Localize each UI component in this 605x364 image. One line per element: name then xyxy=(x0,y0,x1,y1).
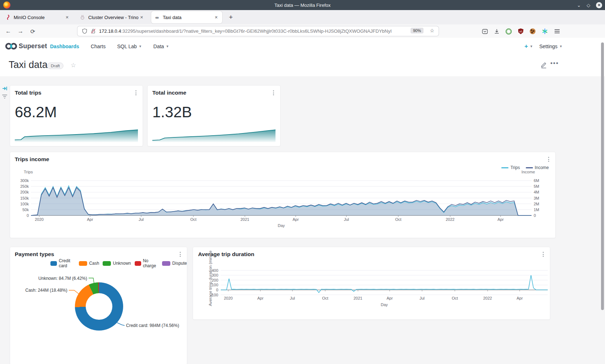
back-button[interactable]: ← xyxy=(4,27,12,35)
pocket-icon[interactable] xyxy=(481,28,488,35)
tab-title: Taxi data xyxy=(163,15,213,20)
y-tick-label: 4M xyxy=(534,190,548,194)
sparkline-chart xyxy=(152,128,275,142)
window-title: Taxi data — Mozilla Firefox xyxy=(0,3,605,8)
zoom-level-badge[interactable]: 90% xyxy=(411,28,424,33)
y-tick-label: 200k xyxy=(14,190,29,194)
donut-callout-label: Unknown: 84.7M (6.42%) xyxy=(39,276,87,281)
dashboard-more-menu[interactable]: ••• xyxy=(550,60,559,67)
cookie-icon[interactable] xyxy=(529,28,536,35)
insecure-lock-icon[interactable] xyxy=(91,28,96,34)
x-tick-label: Apr xyxy=(288,217,303,222)
x-tick-label: 2020 xyxy=(221,296,236,300)
close-window-icon[interactable]: ✕ xyxy=(596,2,602,8)
download-icon[interactable] xyxy=(493,28,500,35)
x-tick-label: Oct xyxy=(318,296,332,300)
minio-favicon xyxy=(5,14,11,20)
dashboard-content: Total trips 68.2M Total income 1.32B Tri… xyxy=(0,76,605,364)
donut-callout-label: Credit card: 984M (74.56%) xyxy=(126,323,179,328)
chevron-down-icon: ▼ xyxy=(166,45,169,48)
x-tick-label: 2021 xyxy=(351,296,365,300)
superset-logo-icon[interactable] xyxy=(5,42,18,50)
y-tick-label: 400 xyxy=(205,268,218,273)
card-title: Total trips xyxy=(15,90,41,96)
y-tick-label: 100 xyxy=(205,283,218,287)
trino-favicon xyxy=(80,14,85,20)
edit-dashboard-icon[interactable] xyxy=(540,61,547,68)
url-host: 172.18.0.4 xyxy=(99,28,121,34)
shield-icon[interactable] xyxy=(82,28,87,34)
favorite-star-icon[interactable]: ☆ xyxy=(71,62,76,69)
donut-hole xyxy=(86,293,112,320)
sparkline-chart xyxy=(15,128,138,142)
x-axis-title: Day xyxy=(375,302,393,307)
nav-item-dashboards[interactable]: Dashboards xyxy=(44,38,85,55)
avg-duration-chart: 4003002001000-1002020AprJulOct2021AprJul… xyxy=(193,247,550,319)
donut-callout-label: Cash: 244M (18.48%) xyxy=(25,288,67,293)
chart-options-kebab[interactable] xyxy=(271,90,276,96)
browser-tab-trino[interactable]: Cluster Overview - Trino✕ xyxy=(77,11,148,23)
extension-asterisk-icon[interactable] xyxy=(541,28,548,35)
y-tick-label: 1M xyxy=(534,208,548,212)
big-number-value: 68.2M xyxy=(15,104,57,121)
x-tick-label: Apr xyxy=(382,296,397,300)
y-tick-label: 100k xyxy=(14,202,29,206)
page-title: Taxi data xyxy=(9,59,48,70)
maximize-icon[interactable]: ◇ xyxy=(587,3,590,8)
x-tick-label: Apr xyxy=(512,296,527,300)
reload-button[interactable]: ⟳ xyxy=(29,27,37,35)
close-tab-icon[interactable]: ✕ xyxy=(213,14,219,21)
chevron-down-icon: ▼ xyxy=(139,45,142,48)
nav-item-sql-lab[interactable]: SQL Lab▼ xyxy=(111,38,148,55)
browser-tabbar: MinIO Console✕Cluster Overview - Trino✕∞… xyxy=(0,10,605,25)
minimize-icon[interactable]: ⌄ xyxy=(577,3,581,8)
y-tick-label: 5M xyxy=(534,184,548,188)
close-tab-icon[interactable]: ✕ xyxy=(64,14,70,21)
url-bar[interactable]: 172.18.0.4:32295/superset/dashboard/1/?n… xyxy=(77,26,439,36)
new-item-button[interactable]: +▼ xyxy=(524,38,533,55)
y-tick-label: 150k xyxy=(14,196,29,200)
bookmark-star-icon[interactable]: ☆ xyxy=(430,28,434,33)
filter-icon[interactable] xyxy=(2,94,8,100)
y-tick-label: 0 xyxy=(205,288,218,292)
new-tab-button[interactable]: + xyxy=(226,11,236,23)
x-tick-label: Jul xyxy=(339,217,354,222)
x-tick-label: Apr xyxy=(253,296,268,300)
y-tick-label: 2M xyxy=(534,202,548,206)
x-tick-label: Apr xyxy=(493,217,508,222)
chevron-down-icon: ▼ xyxy=(530,45,533,48)
y-tick-label: 200 xyxy=(205,278,218,282)
hamburger-menu-icon[interactable] xyxy=(554,28,561,35)
expand-filter-bar-icon[interactable] xyxy=(2,86,9,92)
nav-item-charts[interactable]: Charts xyxy=(85,38,111,55)
x-tick-label: 2021 xyxy=(238,217,252,222)
nav-item-data[interactable]: Data▼ xyxy=(148,38,175,55)
privacy-badger-icon[interactable] xyxy=(505,28,512,35)
big-number-value: 1.32B xyxy=(152,104,192,121)
total-trips-card: Total trips 68.2M xyxy=(10,85,143,146)
status-badge: Draft xyxy=(47,63,63,69)
chart-options-kebab[interactable] xyxy=(133,90,138,96)
x-tick-label: Oct xyxy=(186,217,201,222)
tab-title: Cluster Overview - Trino xyxy=(88,15,139,20)
trips-income-card: Trips income TripsIncome Trips Income 30… xyxy=(10,152,556,238)
scrollbar-thumb[interactable] xyxy=(601,42,604,310)
ublock-origin-icon[interactable]: u0 xyxy=(517,28,524,35)
close-tab-icon[interactable]: ✕ xyxy=(139,14,145,21)
superset-brand[interactable]: Superset xyxy=(19,38,47,55)
superset-navbar: Superset DashboardsChartsSQL Lab▼Data▼ +… xyxy=(0,38,605,55)
x-tick-label: Apr xyxy=(83,217,97,222)
y-tick-label: 300 xyxy=(205,273,218,277)
x-tick-label: Oct xyxy=(448,296,462,300)
browser-tab-superset[interactable]: ∞Taxi data✕ xyxy=(151,11,222,23)
forward-button[interactable]: → xyxy=(17,27,24,35)
settings-menu[interactable]: Settings▼ xyxy=(539,38,563,55)
x-tick-label: Oct xyxy=(391,217,405,222)
tab-title: MinIO Console xyxy=(14,15,64,20)
y-tick-label: -100 xyxy=(205,293,218,297)
y-tick-label: 6M xyxy=(534,178,548,183)
chevron-down-icon: ▼ xyxy=(559,45,563,48)
browser-tab-minio[interactable]: MinIO Console✕ xyxy=(2,11,73,23)
superset-favicon: ∞ xyxy=(154,14,160,20)
card-title: Total income xyxy=(152,90,186,96)
